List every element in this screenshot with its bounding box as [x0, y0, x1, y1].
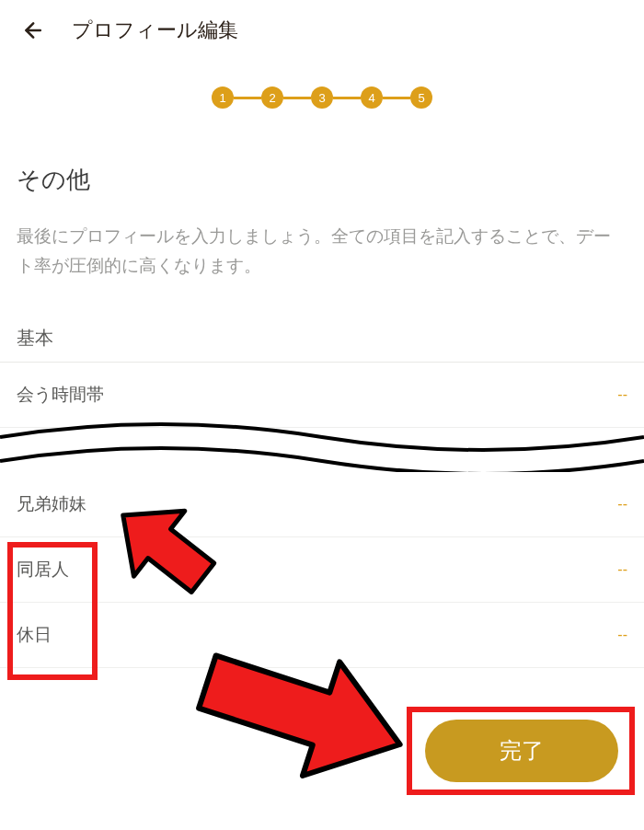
- row-dayoff[interactable]: 休日 --: [0, 603, 644, 668]
- row-value: --: [617, 496, 627, 513]
- row-value: --: [617, 627, 627, 643]
- header: プロフィール編集: [0, 0, 644, 61]
- section-title: その他: [0, 164, 644, 196]
- step-dot-2: 2: [261, 86, 283, 109]
- row-label: 会う時間帯: [17, 383, 104, 407]
- page-title: プロフィール編集: [72, 17, 238, 44]
- step-dot-5: 5: [410, 86, 432, 109]
- row-housemate[interactable]: 同居人 --: [0, 537, 644, 603]
- rows-container: 会う時間帯 -- 兄弟姉妹 -- 同居人 -- 休日 --: [0, 363, 644, 668]
- row-siblings[interactable]: 兄弟姉妹 --: [0, 472, 644, 537]
- progress-stepper: 1 2 3 4 5: [0, 86, 644, 109]
- complete-button-label: 完了: [500, 736, 544, 766]
- step-line: [333, 97, 361, 99]
- row-label: 休日: [17, 623, 52, 647]
- row-value: --: [617, 386, 627, 403]
- step-line: [383, 97, 410, 99]
- row-value: --: [617, 561, 627, 578]
- back-arrow-icon[interactable]: [18, 17, 44, 43]
- step-dot-4: 4: [361, 86, 383, 109]
- complete-button[interactable]: 完了: [425, 720, 618, 782]
- step-dot-3: 3: [311, 86, 333, 109]
- row-label: 同居人: [17, 558, 69, 582]
- content-omitted-indicator: [0, 428, 644, 472]
- subsection-title: 基本: [0, 326, 644, 363]
- step-dot-1: 1: [212, 86, 234, 109]
- section-desc: 最後にプロフィールを入力しましょう。全ての項目を記入することで、デート率が圧倒的…: [0, 222, 644, 282]
- step-line: [283, 97, 311, 99]
- row-label: 兄弟姉妹: [17, 492, 86, 516]
- step-line: [234, 97, 261, 99]
